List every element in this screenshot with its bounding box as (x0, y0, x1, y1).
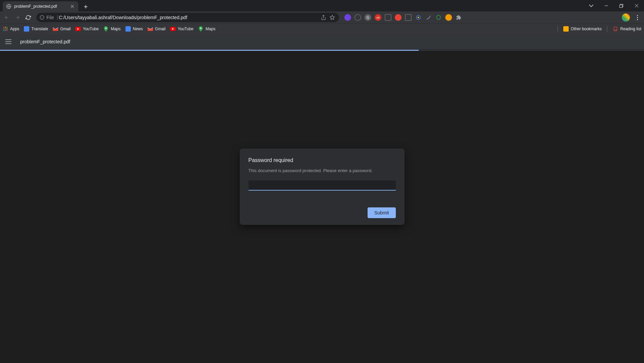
svg-point-6 (418, 17, 419, 18)
bookmark-label: YouTube (83, 27, 99, 31)
youtube-icon (75, 26, 81, 32)
tab-title: problemF_protected.pdf (14, 4, 67, 9)
bookmark-item[interactable]: Maps (103, 26, 120, 32)
search-tabs-button[interactable] (583, 1, 599, 11)
minimize-button[interactable] (599, 1, 614, 11)
extension-icon[interactable]: AB (375, 14, 381, 21)
url-scheme: File (46, 15, 54, 20)
folder-icon (563, 26, 569, 32)
extension-icon[interactable]: G (365, 14, 371, 21)
translate-icon (24, 26, 29, 32)
submit-button[interactable]: Submit (368, 207, 396, 218)
bookmark-item[interactable]: YouTube (75, 26, 99, 32)
svg-marker-4 (330, 15, 334, 19)
browser-titlebar: problemF_protected.pdf (0, 0, 644, 11)
other-bookmarks-label: Other bookmarks (571, 27, 602, 31)
bookmark-item[interactable]: Gmail (53, 26, 71, 32)
bookmark-label: Gmail (60, 27, 71, 31)
reading-list-label: Reading list (620, 27, 641, 31)
extension-icon[interactable] (344, 14, 351, 21)
gmail-icon (53, 26, 58, 32)
bookmark-label: Translate (31, 27, 48, 31)
bookmark-label: News (133, 27, 143, 31)
extension-icon[interactable] (405, 14, 412, 21)
globe-icon (6, 4, 11, 9)
bookmark-label: Gmail (155, 27, 165, 31)
extension-icon[interactable] (354, 14, 361, 21)
new-tab-button[interactable] (81, 2, 90, 11)
apps-button[interactable]: Apps (3, 26, 19, 32)
bookmark-label: YouTube (178, 27, 193, 31)
hamburger-menu-button[interactable] (5, 38, 13, 46)
extension-icon[interactable] (415, 14, 422, 21)
address-bar[interactable]: File | C:/Users/tayyabali.ashraf/Downloa… (36, 13, 339, 22)
close-icon[interactable] (70, 4, 75, 9)
svg-point-9 (6, 27, 7, 28)
dialog-message: This document is password protected. Ple… (249, 168, 396, 173)
reading-list-button[interactable]: Reading list (613, 26, 641, 32)
divider (607, 26, 607, 32)
extension-icon[interactable] (445, 14, 452, 21)
bookmark-item[interactable]: Maps (198, 26, 215, 32)
reading-list-icon (613, 26, 618, 32)
svg-rect-2 (620, 5, 622, 7)
maximize-button[interactable] (614, 1, 629, 11)
browser-tab[interactable]: problemF_protected.pdf (3, 1, 78, 11)
svg-point-13 (3, 30, 4, 31)
maps-icon (198, 26, 203, 32)
pdf-filename: problemF_protected.pdf (20, 39, 70, 44)
svg-point-8 (5, 27, 6, 28)
gmail-icon (148, 26, 153, 32)
svg-point-17 (105, 28, 107, 29)
bookmark-item[interactable]: Gmail (148, 26, 165, 32)
bookmark-label: Apps (10, 27, 19, 31)
site-info-icon[interactable] (40, 15, 44, 20)
svg-point-19 (200, 28, 201, 29)
bookmark-label: Maps (111, 27, 120, 31)
forward-button[interactable] (13, 13, 22, 22)
divider (558, 26, 558, 32)
url-divider: | (57, 14, 58, 21)
bookmark-star-icon[interactable] (329, 14, 336, 21)
reload-button[interactable] (24, 13, 33, 22)
maps-icon (103, 26, 109, 32)
svg-point-12 (6, 28, 7, 29)
chrome-menu-button[interactable] (633, 15, 642, 20)
password-input[interactable] (249, 180, 396, 191)
extension-icon[interactable] (435, 14, 442, 21)
extensions-button[interactable] (455, 14, 462, 21)
extension-icon[interactable] (425, 14, 432, 21)
youtube-icon (170, 26, 176, 32)
news-icon (125, 26, 131, 32)
share-icon[interactable] (320, 14, 327, 21)
url-path: C:/Users/tayyabali.ashraf/Downloads/prob… (59, 15, 187, 20)
bookmark-item[interactable]: News (125, 26, 143, 32)
bookmark-label: Maps (205, 27, 215, 31)
close-window-button[interactable] (629, 1, 644, 11)
apps-grid-icon (3, 26, 8, 32)
pdf-viewer-toolbar: problemF_protected.pdf (0, 34, 644, 50)
svg-point-11 (5, 28, 6, 29)
dialog-title: Password required (249, 157, 396, 163)
bookmark-item[interactable]: YouTube (170, 26, 193, 32)
password-dialog: Password required This document is passw… (240, 149, 405, 225)
extension-icons: G AB (342, 14, 464, 21)
svg-point-7 (3, 27, 4, 28)
back-button[interactable] (2, 13, 11, 22)
profile-avatar[interactable] (622, 13, 630, 22)
svg-point-15 (6, 30, 7, 31)
svg-point-10 (3, 28, 4, 29)
bookmark-item[interactable]: Translate (24, 26, 48, 32)
extension-icon[interactable] (385, 14, 391, 21)
extension-icon[interactable] (395, 14, 402, 21)
address-bar-row: File | C:/Users/tayyabali.ashraf/Downloa… (0, 11, 644, 24)
pdf-viewer-content: Password required This document is passw… (0, 51, 644, 363)
other-bookmarks-button[interactable]: Other bookmarks (563, 26, 602, 32)
svg-point-14 (5, 30, 6, 31)
bookmarks-bar: Apps Translate Gmail YouTube Maps News G… (0, 24, 644, 34)
